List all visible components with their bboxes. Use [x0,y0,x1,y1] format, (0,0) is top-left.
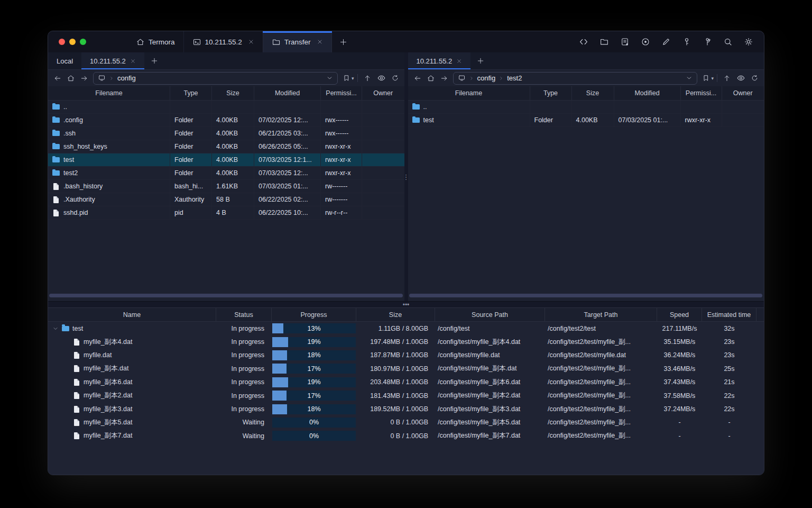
zoom-window-button[interactable] [80,39,86,45]
transfer-row[interactable]: myfile_副本4.dat In progress 19% 197.48MB … [48,335,764,348]
expand-chevron-icon[interactable] [52,325,59,332]
back-icon[interactable] [53,74,62,83]
transfer-row[interactable]: myfile_副本.dat In progress 17% 180.97MB /… [48,362,764,375]
transfer-row[interactable]: myfile_副本7.dat Waiting 0% 0 B / 1.00GB /… [48,429,764,442]
path-bar[interactable]: config [93,72,338,85]
horizontal-scrollbar[interactable] [49,294,403,297]
path-bar[interactable]: config test2 [453,72,698,85]
table-row[interactable]: .config Folder 4.00KB 07/02/2025 12:... … [48,114,404,127]
column-header[interactable]: Name [48,308,216,321]
close-icon[interactable] [317,39,323,45]
column-header[interactable]: Permissi... [681,86,722,100]
column-header[interactable]: Modified [614,86,681,100]
permissions-cell: rw------- [321,180,362,193]
record-icon[interactable] [641,37,650,47]
transfer-row[interactable]: myfile.dat In progress 18% 187.87MB / 1.… [48,349,764,362]
chevron-down-icon[interactable] [326,75,333,81]
column-header[interactable]: Speed [657,308,702,321]
search-icon[interactable] [723,37,733,47]
path-segment[interactable]: config [477,74,496,82]
home-icon[interactable] [67,74,75,83]
upload-icon[interactable] [723,74,731,83]
column-header[interactable]: Owner [722,86,764,100]
folder-icon[interactable] [599,37,609,47]
tab-host[interactable]: 10.211.55.2 [183,31,263,52]
column-header[interactable]: Estimated time [702,308,756,321]
column-header[interactable]: Type [530,86,572,100]
table-row[interactable]: .. [48,101,404,114]
transfer-row[interactable]: test In progress 13% 1.11GB / 8.00GB /co… [48,322,764,335]
table-row[interactable]: .Xauthority Xauthority 58 B 06/22/2025 0… [48,193,404,206]
keychain-icon[interactable] [703,37,712,47]
forward-icon[interactable] [440,74,448,83]
modified-cell: 06/22/2025 02:... [254,193,321,206]
transfer-row[interactable]: myfile_副本5.dat Waiting 0% 0 B / 1.00GB /… [48,416,764,429]
new-panel-tab-button[interactable] [470,52,491,69]
back-icon[interactable] [413,74,422,83]
transfer-row[interactable]: myfile_副本2.dat In progress 17% 181.43MB … [48,389,764,402]
column-header[interactable]: Progress [272,308,356,321]
column-header[interactable]: Filename [48,86,170,100]
refresh-icon[interactable] [751,74,759,82]
edit-icon[interactable] [661,37,671,47]
column-header[interactable]: Size [572,86,614,100]
transfer-splitter[interactable]: ••• [48,301,764,308]
column-header[interactable]: Owner [362,86,404,100]
upload-icon[interactable] [363,74,372,83]
plus-icon [339,38,347,46]
panel-splitter[interactable]: ⋮ [404,52,408,301]
bookmark-button[interactable]: ▾ [702,74,717,82]
show-hidden-icon[interactable] [377,74,386,83]
path-segment[interactable]: config [117,74,136,82]
table-row[interactable]: ssh_host_keys Folder 4.00KB 06/26/2025 0… [48,140,404,153]
table-row[interactable]: .bash_history bash_hi... 1.61KB 07/03/20… [48,180,404,193]
horizontal-scrollbar[interactable] [409,294,763,297]
column-header[interactable]: Target Path [545,308,657,321]
table-row[interactable]: test Folder 4.00KB 07/03/2025 01:... rwx… [408,114,764,127]
settings-icon[interactable] [744,37,753,47]
minimize-window-button[interactable] [69,39,76,45]
close-icon[interactable] [248,39,254,45]
tab-local[interactable]: Local [48,52,81,69]
new-tab-button[interactable] [332,31,355,52]
table-row[interactable]: .. [408,101,764,114]
transfer-row[interactable]: myfile_副本6.dat In progress 19% 203.48MB … [48,376,764,389]
close-icon[interactable] [456,58,462,64]
column-header[interactable]: Type [170,86,212,100]
eta-cell: 21s [702,376,756,389]
tab-remote-host[interactable]: 10.211.55.2 [81,52,144,69]
column-header[interactable]: Status [216,308,272,321]
code-icon[interactable] [579,37,588,47]
tab-label: Local [57,57,73,65]
forward-icon[interactable] [80,74,88,83]
table-row[interactable]: .ssh Folder 4.00KB 06/21/2025 03:... rwx… [48,127,404,140]
column-header[interactable]: Size [356,308,435,321]
column-header[interactable]: Permissi... [321,86,362,100]
column-header[interactable]: Modified [254,86,321,100]
log-icon[interactable] [620,37,630,47]
chevron-down-icon[interactable] [686,75,693,81]
tab-termora[interactable]: Termora [127,31,183,52]
path-segment[interactable]: test2 [507,74,522,82]
column-header[interactable]: Size [212,86,254,100]
tab-transfer[interactable]: Transfer [263,31,332,52]
tab-remote-host[interactable]: 10.211.55.2 [408,52,471,69]
column-header[interactable]: Filename [408,86,530,100]
close-icon[interactable] [130,58,136,64]
refresh-icon[interactable] [391,74,399,82]
show-hidden-icon[interactable] [736,74,745,83]
size-cell: 0 B / 1.00GB [356,429,435,442]
close-window-button[interactable] [59,39,65,45]
transfer-name: myfile_副本6.dat [84,378,132,387]
tab-label: 10.211.55.2 [417,57,453,65]
bookmark-button[interactable]: ▾ [343,74,358,82]
column-header[interactable]: Source Path [435,308,545,321]
table-row-selected[interactable]: test Folder 4.00KB 07/03/2025 12:1... rw… [48,153,404,167]
new-panel-tab-button[interactable] [144,52,164,69]
table-row[interactable]: test2 Folder 4.00KB 07/03/2025 12:... rw… [48,167,404,180]
transfer-row[interactable]: myfile_副本3.dat In progress 18% 189.52MB … [48,402,764,415]
owner-cell [722,114,764,126]
home-icon[interactable] [427,74,435,83]
table-row[interactable]: sshd.pid pid 4 B 06/22/2025 10:... rw-r-… [48,206,404,220]
key-icon[interactable] [682,37,691,47]
